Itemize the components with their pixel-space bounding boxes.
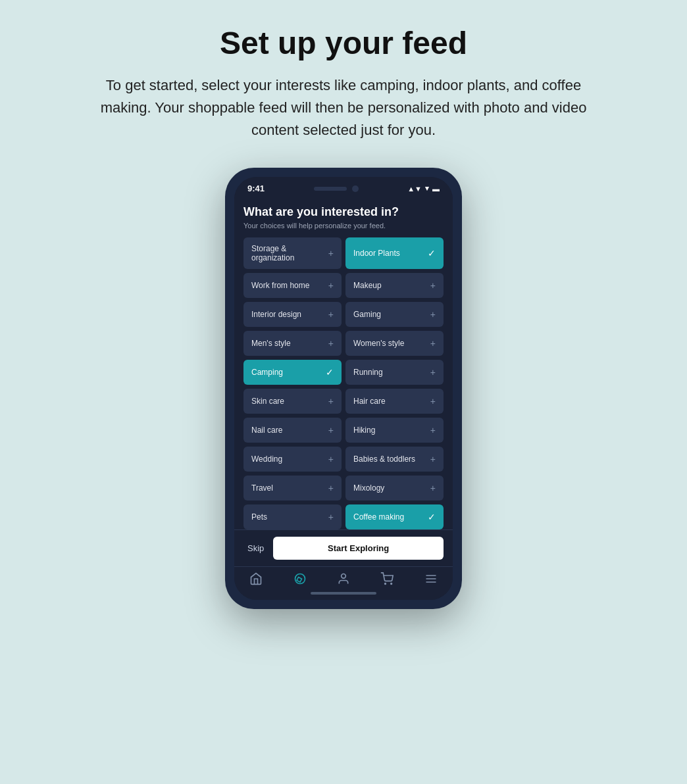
check-icon: ✓ [428, 512, 436, 522]
add-icon: + [430, 396, 436, 406]
interest-skin-care[interactable]: Skin care + [243, 389, 342, 414]
screen-title: What are you interested in? [243, 205, 444, 219]
interest-camping-label: Camping [251, 368, 283, 377]
nav-cart[interactable] [380, 572, 394, 585]
add-icon: + [328, 338, 334, 349]
interest-skincare-label: Skin care [251, 397, 284, 406]
interest-pets-label: Pets [251, 512, 267, 522]
phone-mockup: 9:41 ▲▼ ▾ ▬ What are you interested in? … [225, 168, 462, 609]
interest-womens-label: Women's style [353, 339, 404, 348]
check-icon: ✓ [326, 367, 334, 378]
wifi-icon: ▾ [425, 184, 429, 193]
add-icon: + [328, 454, 334, 464]
add-icon: + [328, 309, 334, 320]
interest-wedding[interactable]: Wedding + [243, 447, 342, 472]
nav-explore[interactable] [293, 572, 307, 585]
add-icon: + [328, 483, 334, 493]
interest-wfh-label: Work from home [251, 281, 309, 290]
svg-point-1 [342, 574, 346, 579]
interest-coffee-label: Coffee making [353, 512, 404, 522]
interest-gaming[interactable]: Gaming + [345, 302, 444, 327]
interest-work-from-home[interactable]: Work from home + [243, 273, 342, 298]
interest-wedding-label: Wedding [251, 454, 282, 464]
interest-nailcare-label: Nail care [251, 426, 282, 435]
home-indicator [234, 589, 453, 600]
page-title: Set up your feed [220, 26, 467, 61]
interest-indoor-plants[interactable]: Indoor Plants ✓ [345, 237, 444, 269]
status-bar: 9:41 ▲▼ ▾ ▬ [234, 177, 453, 196]
skip-button[interactable]: Skip [243, 538, 268, 558]
interest-gaming-label: Gaming [353, 310, 381, 319]
add-icon: + [430, 309, 436, 320]
interest-makeup[interactable]: Makeup + [345, 273, 444, 298]
interest-hair-care[interactable]: Hair care + [345, 389, 444, 414]
notch-pill [314, 187, 347, 191]
page-subtitle: To get started, select your interests li… [97, 74, 590, 141]
add-icon: + [328, 512, 334, 522]
battery-icon: ▬ [432, 185, 440, 193]
interest-womens-style[interactable]: Women's style + [345, 331, 444, 356]
add-icon: + [328, 248, 334, 258]
interest-storage[interactable]: Storage & organization + [243, 237, 342, 269]
signal-icon: ▲▼ [407, 185, 422, 193]
add-icon: + [430, 483, 436, 493]
interest-mixology[interactable]: Mixology + [345, 476, 444, 501]
interest-running-label: Running [353, 368, 383, 377]
interest-haircare-label: Hair care [353, 397, 386, 406]
add-icon: + [430, 367, 436, 378]
screen-content: What are you interested in? Your choices… [234, 196, 453, 529]
svg-point-2 [385, 583, 386, 585]
add-icon: + [430, 454, 436, 464]
interest-storage-label: Storage & organization [251, 244, 326, 262]
phone-screen: 9:41 ▲▼ ▾ ▬ What are you interested in? … [234, 177, 453, 600]
notch-dot [352, 185, 359, 192]
interest-interior-label: Interior design [251, 310, 301, 319]
status-time: 9:41 [247, 184, 265, 193]
interest-nail-care[interactable]: Nail care + [243, 418, 342, 443]
interest-pets[interactable]: Pets + [243, 504, 342, 529]
add-icon: + [430, 280, 436, 291]
interest-makeup-label: Makeup [353, 281, 382, 290]
add-icon: + [430, 338, 436, 349]
interest-travel[interactable]: Travel + [243, 476, 342, 501]
interest-indoor-plants-label: Indoor Plants [353, 249, 400, 258]
interest-babies-toddlers[interactable]: Babies & toddlers + [345, 447, 444, 472]
add-icon: + [430, 425, 436, 435]
interest-running[interactable]: Running + [345, 360, 444, 385]
nav-bar [234, 566, 453, 589]
interest-interior-design[interactable]: Interior design + [243, 302, 342, 327]
add-icon: + [328, 425, 334, 435]
bottom-action-bar: Skip Start Exploring [234, 529, 453, 566]
interest-mixology-label: Mixology [353, 483, 384, 493]
add-icon: + [328, 396, 334, 406]
svg-point-3 [391, 583, 392, 585]
home-pill [311, 592, 376, 595]
interest-babies-label: Babies & toddlers [353, 454, 415, 464]
screen-header: What are you interested in? Your choices… [243, 205, 444, 230]
interest-camping[interactable]: Camping ✓ [243, 360, 342, 385]
nav-profile[interactable] [337, 572, 350, 585]
nav-menu[interactable] [424, 572, 438, 585]
interests-grid: Storage & organization + Indoor Plants ✓… [243, 237, 444, 529]
check-icon: ✓ [428, 248, 436, 258]
screen-subtitle: Your choices will help personalize your … [243, 222, 444, 230]
start-exploring-button[interactable]: Start Exploring [273, 537, 444, 560]
interest-hiking-label: Hiking [353, 426, 375, 435]
interest-coffee-making[interactable]: Coffee making ✓ [345, 504, 444, 529]
status-icons: ▲▼ ▾ ▬ [407, 184, 440, 193]
interest-travel-label: Travel [251, 483, 273, 493]
interest-hiking[interactable]: Hiking + [345, 418, 444, 443]
interest-mens-style[interactable]: Men's style + [243, 331, 342, 356]
interest-mens-label: Men's style [251, 339, 291, 348]
nav-home[interactable] [249, 572, 263, 585]
add-icon: + [328, 280, 334, 291]
notch [314, 185, 359, 192]
